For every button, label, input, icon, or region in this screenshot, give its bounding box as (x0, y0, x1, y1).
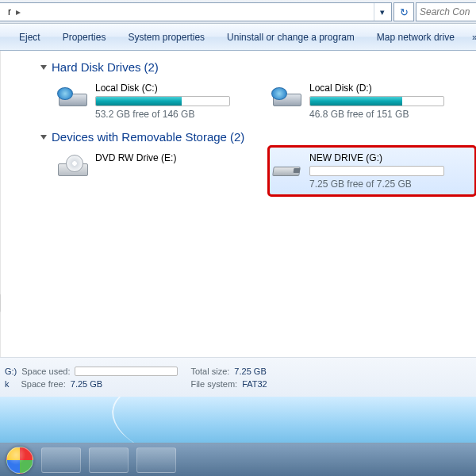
details-total-size-value: 7.25 GB (234, 367, 266, 376)
drive-dvd-e[interactable]: DVD RW Drive (E:) (55, 147, 261, 195)
breadcrumb-bar[interactable]: r ▸ ▾ (0, 2, 392, 21)
drive-status: 46.8 GB free of 151 GB (309, 109, 468, 120)
drive-new-g[interactable]: NEW DRIVE (G:) 7.25 GB free of 7.25 GB (269, 147, 475, 195)
details-space-free-value: 7.25 GB (71, 379, 102, 389)
taskbar-button[interactable] (136, 447, 176, 473)
refresh-icon: ↻ (400, 6, 409, 18)
explorer-body: Hard Disk Drives (2) Local Disk (C:) 53.… (0, 51, 476, 357)
taskbar[interactable] (0, 443, 476, 476)
drive-label: DVD RW Drive (E:) (95, 152, 254, 163)
details-usage-bar (75, 367, 178, 376)
details-pane: G:) Space used: k Space free: 7.25 GB To… (0, 357, 476, 397)
details-file-system-label: File system: (190, 379, 237, 389)
details-file-system-value: FAT32 (242, 379, 267, 389)
drive-local-d[interactable]: Local Disk (D:) 46.8 GB free of 151 GB (269, 77, 475, 125)
toolbar-overflow-button[interactable]: » (466, 27, 476, 48)
details-name: G:) (5, 367, 17, 376)
drive-local-c[interactable]: Local Disk (C:) 53.2 GB free of 146 GB (55, 77, 261, 125)
desktop-background (0, 397, 476, 443)
taskbar-button[interactable] (41, 447, 81, 473)
collapse-caret-icon[interactable] (40, 65, 47, 70)
drive-usage-bar (309, 166, 444, 176)
address-dropdown-button[interactable]: ▾ (374, 3, 390, 21)
search-input[interactable]: Search Con (416, 2, 476, 21)
removable-drive-icon (270, 152, 303, 179)
toolbar-uninstall[interactable]: Uninstall or change a program (216, 27, 366, 48)
start-button[interactable] (6, 447, 33, 474)
group-count: (2) (230, 130, 244, 144)
dvd-drive-icon (56, 152, 89, 179)
hard-disk-icon (270, 83, 303, 109)
breadcrumb-separator-icon[interactable]: ▸ (14, 6, 22, 17)
group-header-removable[interactable]: Devices with Removable Storage (2) (40, 130, 475, 144)
toolbar-map-drive[interactable]: Map network drive (366, 27, 466, 48)
drive-usage-bar (309, 96, 444, 106)
collapse-caret-icon[interactable] (40, 135, 47, 140)
refresh-button[interactable]: ↻ (393, 2, 414, 21)
group-header-hard-disk[interactable]: Hard Disk Drives (2) (40, 60, 475, 74)
toolbar-properties[interactable]: Properties (52, 27, 117, 48)
group-title: Devices with Removable Storage (52, 130, 227, 144)
address-bar-row: r ▸ ▾ ↻ Search Con (0, 0, 476, 24)
drive-label: Local Disk (C:) (95, 83, 254, 94)
drive-usage-bar (95, 96, 230, 106)
details-space-used-label: Space used: (21, 367, 70, 376)
drive-row: DVD RW Drive (E:) NEW DRIVE (G:) 7.25 GB… (10, 147, 475, 195)
drive-label: Local Disk (D:) (309, 83, 468, 94)
drive-status: 53.2 GB free of 146 GB (95, 109, 254, 120)
group-count: (2) (144, 60, 159, 74)
details-total-size-label: Total size: (190, 367, 229, 376)
details-type: k (5, 379, 10, 389)
drive-row: Local Disk (C:) 53.2 GB free of 146 GB L… (10, 77, 475, 125)
breadcrumb-item[interactable]: r (5, 6, 14, 17)
drive-label: NEW DRIVE (G:) (309, 152, 468, 163)
taskbar-button[interactable] (89, 447, 129, 473)
command-toolbar: Eject Properties System properties Unins… (0, 24, 476, 51)
toolbar-system-properties[interactable]: System properties (117, 27, 216, 48)
group-title: Hard Disk Drives (52, 60, 141, 74)
toolbar-eject[interactable]: Eject (8, 27, 52, 48)
content-pane: Hard Disk Drives (2) Local Disk (C:) 53.… (1, 51, 476, 357)
details-space-free-label: Space free: (21, 379, 66, 389)
drive-status: 7.25 GB free of 7.25 GB (309, 178, 468, 190)
hard-disk-icon (56, 83, 89, 109)
